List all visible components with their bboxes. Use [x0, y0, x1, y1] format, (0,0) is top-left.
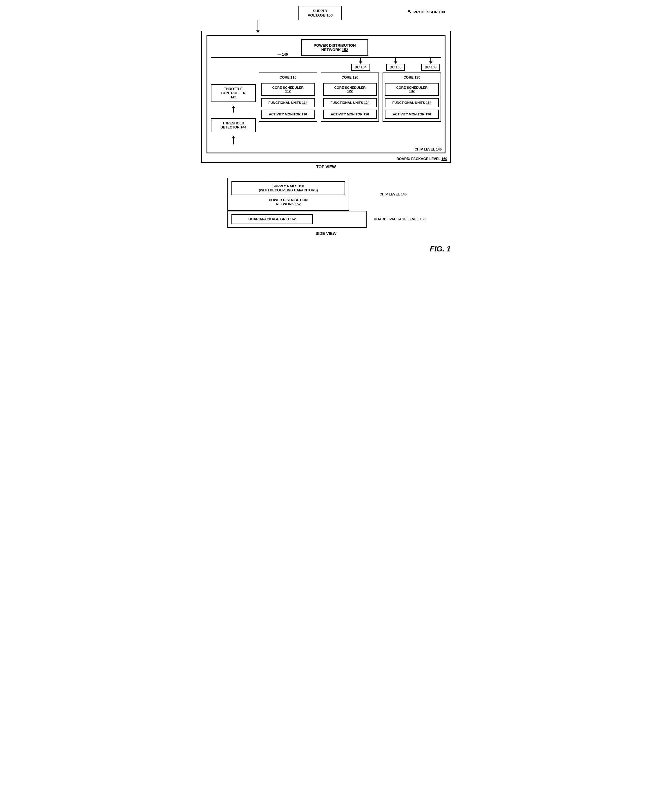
- core-120-title: CORE 120: [323, 75, 377, 81]
- bus-label: — 140: [278, 52, 288, 56]
- core-110-title: CORE 110: [261, 75, 315, 81]
- core-scheduler-122: CORE SCHEDULER 122: [323, 83, 377, 96]
- dc-box-104: DC 104: [351, 64, 370, 71]
- core-120-col: CORE 120 CORE SCHEDULER 122 FUNCTIONAL U…: [321, 72, 379, 122]
- supply-voltage-box: SUPPLY VOLTAGE 150: [298, 6, 342, 20]
- dc-box-106: DC 106: [386, 64, 405, 71]
- pdn-side-box: POWER DISTRIBUTION NETWORK 152: [231, 197, 345, 208]
- activity-monitor-126: ACTIVITY MONITOR 126: [323, 110, 377, 119]
- board-package-box: BOARD/ PACKAGE LEVEL 160 CHIP LEVEL 146 …: [201, 31, 451, 163]
- core-130-title: CORE 130: [385, 75, 439, 81]
- side-chip-outer: SUPPLY RAILS 158 (WITH DECOUPLING CAPACI…: [228, 178, 349, 211]
- supply-rails-box: SUPPLY RAILS 158 (WITH DECOUPLING CAPACI…: [231, 181, 345, 195]
- side-board-outer: BOARD/PACKAGE GRID 162 BOARD / PACKAGE L…: [228, 211, 366, 227]
- side-chip-level-label: CHIP LEVEL 146: [379, 192, 407, 196]
- core-scheduler-132: CORE SCHEDULER 132: [385, 83, 439, 96]
- core-110-col: CORE 110 CORE SCHEDULER 112 FUNCTIONAL U…: [259, 72, 317, 122]
- activity-monitor-116: ACTIVITY MONITOR 116: [261, 110, 315, 119]
- pdn-box: POWER DISTRIBUTION NETWORK 152: [301, 39, 368, 56]
- processor-arrow-icon: ↖: [408, 9, 412, 15]
- side-board-level-label: BOARD / PACKAGE LEVEL 160: [374, 217, 426, 221]
- core-130-col: CORE 130 CORE SCHEDULER 132 FUNCTIONAL U…: [383, 72, 441, 122]
- left-column: THROTTLE CONTROLLER 142 THRESHOLD: [211, 72, 256, 144]
- chip-level-box: CHIP LEVEL 146 POWER DISTRIBUTION NETWOR…: [206, 35, 446, 153]
- board-grid-box: BOARD/PACKAGE GRID 162: [231, 214, 313, 224]
- throttle-controller-box: THROTTLE CONTROLLER 142: [211, 84, 256, 102]
- top-view-label: TOP VIEW: [201, 165, 451, 169]
- threshold-detector-box: THRESHOLD DETECTOR 144: [211, 118, 256, 132]
- activity-monitor-136: ACTIVITY MONITOR 136: [385, 110, 439, 119]
- side-diagram-wrapper: SUPPLY RAILS 158 (WITH DECOUPLING CAPACI…: [201, 178, 451, 236]
- side-diagram: SUPPLY RAILS 158 (WITH DECOUPLING CAPACI…: [228, 178, 424, 227]
- functional-units-134: FUNCTIONAL UNITS 134: [385, 98, 439, 107]
- top-diagram: ↖ PROCESSOR 100 SUPPLY VOLTAGE 150 BOARD…: [201, 6, 451, 169]
- page: ↖ PROCESSOR 100 SUPPLY VOLTAGE 150 BOARD…: [201, 6, 451, 253]
- core-scheduler-112: CORE SCHEDULER 112: [261, 83, 315, 96]
- functional-units-114: FUNCTIONAL UNITS 114: [261, 98, 315, 107]
- cores-row: CORE 110 CORE SCHEDULER 112 FUNCTIONAL U…: [259, 72, 441, 122]
- dc-box-108: DC 108: [421, 64, 440, 71]
- side-view-label: SIDE VIEW: [316, 231, 336, 236]
- fig-label: FIG. 1: [201, 244, 451, 253]
- main-content-row: THROTTLE CONTROLLER 142 THRESHOLD: [211, 72, 441, 144]
- processor-label: ↖ PROCESSOR 100: [408, 9, 445, 15]
- functional-units-124: FUNCTIONAL UNITS 124: [323, 98, 377, 107]
- chip-level-label: CHIP LEVEL 146: [414, 147, 442, 151]
- processor-text: PROCESSOR 100: [414, 10, 445, 14]
- board-package-label: BOARD/ PACKAGE LEVEL 160: [397, 157, 447, 161]
